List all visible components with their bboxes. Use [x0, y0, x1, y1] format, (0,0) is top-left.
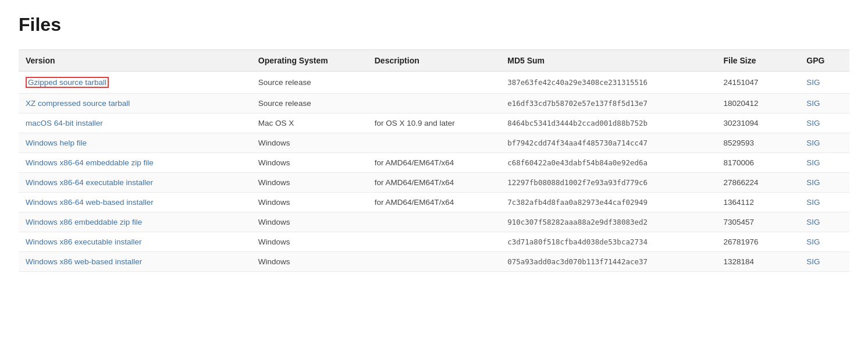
file-md5: c3d71a80f518cfba4d038de53bca2734 [500, 232, 716, 252]
file-gpg-link[interactable]: SIG [806, 198, 820, 207]
table-row: Windows x86 web-based installerWindows07… [19, 252, 849, 272]
file-os: Windows [251, 173, 368, 193]
file-version-link[interactable]: Windows x86-64 web-based installer [26, 198, 154, 207]
header-os: Operating System [251, 50, 368, 72]
table-row: Gzipped source tarballSource release387e… [19, 72, 849, 94]
file-gpg-link[interactable]: SIG [806, 178, 820, 187]
file-gpg-link[interactable]: SIG [806, 158, 820, 167]
file-os: Source release [251, 72, 368, 94]
table-row: Windows help fileWindowsbf7942cdd74f34aa… [19, 133, 849, 153]
header-description: Description [368, 50, 500, 72]
file-version-link[interactable]: Gzipped source tarball [28, 78, 106, 87]
header-md5: MD5 Sum [500, 50, 716, 72]
table-row: Windows x86 executable installerWindowsc… [19, 232, 849, 252]
file-description [368, 72, 500, 94]
header-filesize: File Size [717, 50, 800, 72]
file-description: for AMD64/EM64T/x64 [368, 193, 500, 212]
file-version-link[interactable]: XZ compressed source tarball [26, 99, 130, 108]
file-description [368, 94, 500, 114]
file-size: 27866224 [717, 173, 800, 193]
file-description [368, 232, 500, 252]
file-md5: 12297fb08088d1002f7e93a93fd779c6 [500, 173, 716, 193]
table-row: Windows x86-64 web-based installerWindow… [19, 193, 849, 212]
file-version-link[interactable]: Windows x86-64 executable installer [26, 178, 153, 187]
table-row: macOS 64-bit installerMac OS Xfor OS X 1… [19, 114, 849, 133]
file-description: for AMD64/EM64T/x64 [368, 173, 500, 193]
file-version-link[interactable]: Windows help file [26, 139, 87, 147]
file-os: Mac OS X [251, 114, 368, 133]
table-row: XZ compressed source tarballSource relea… [19, 94, 849, 114]
file-size: 8529593 [717, 133, 800, 153]
file-gpg-link[interactable]: SIG [806, 139, 820, 147]
file-size: 18020412 [717, 94, 800, 114]
files-table: Version Operating System Description MD5… [19, 49, 849, 272]
file-gpg-link[interactable]: SIG [806, 237, 820, 246]
file-md5: 075a93add0ac3d070b113f71442ace37 [500, 252, 716, 272]
file-md5: 8464bc5341d3444b2ccad001d88b752b [500, 114, 716, 133]
page-title: Files [19, 14, 849, 36]
file-os: Windows [251, 232, 368, 252]
file-os: Windows [251, 252, 368, 272]
file-os: Windows [251, 212, 368, 232]
file-version-link[interactable]: Windows x86 embeddable zip file [26, 218, 142, 226]
file-version-link[interactable]: Windows x86-64 embeddable zip file [26, 158, 154, 167]
file-description: for OS X 10.9 and later [368, 114, 500, 133]
file-os: Windows [251, 133, 368, 153]
file-md5: bf7942cdd74f34aa4f485730a714cc47 [500, 133, 716, 153]
table-header-row: Version Operating System Description MD5… [19, 50, 849, 72]
file-gpg-link[interactable]: SIG [806, 78, 820, 87]
file-md5: e16df33cd7b58702e57e137f8f5d13e7 [500, 94, 716, 114]
header-version: Version [19, 50, 251, 72]
file-os: Windows [251, 193, 368, 212]
file-gpg-link[interactable]: SIG [806, 218, 820, 226]
file-gpg-link[interactable]: SIG [806, 257, 820, 266]
file-os: Windows [251, 153, 368, 173]
file-md5: 7c382afb4d8faa0a82973e44caf02949 [500, 193, 716, 212]
file-description: for AMD64/EM64T/x64 [368, 153, 500, 173]
file-description [368, 252, 500, 272]
file-gpg-link[interactable]: SIG [806, 119, 820, 127]
file-md5: 910c307f58282aaa88a2e9df38083ed2 [500, 212, 716, 232]
file-size: 26781976 [717, 232, 800, 252]
table-row: Windows x86 embeddable zip fileWindows91… [19, 212, 849, 232]
file-size: 7305457 [717, 212, 800, 232]
file-size: 30231094 [717, 114, 800, 133]
file-version-link[interactable]: Windows x86 executable installer [26, 237, 142, 246]
file-description [368, 133, 500, 153]
file-md5: 387e63fe42c40a29e3408ce231315516 [500, 72, 716, 94]
file-version-link[interactable]: macOS 64-bit installer [26, 119, 103, 127]
header-gpg: GPG [799, 50, 849, 72]
file-size: 1328184 [717, 252, 800, 272]
file-version-link[interactable]: Windows x86 web-based installer [26, 257, 142, 266]
file-gpg-link[interactable]: SIG [806, 99, 820, 108]
file-description [368, 212, 500, 232]
file-md5: c68f60422a0e43dabf54b84a0e92ed6a [500, 153, 716, 173]
file-size: 24151047 [717, 72, 800, 94]
table-row: Windows x86-64 executable installerWindo… [19, 173, 849, 193]
file-size: 1364112 [717, 193, 800, 212]
file-size: 8170006 [717, 153, 800, 173]
table-row: Windows x86-64 embeddable zip fileWindow… [19, 153, 849, 173]
file-os: Source release [251, 94, 368, 114]
